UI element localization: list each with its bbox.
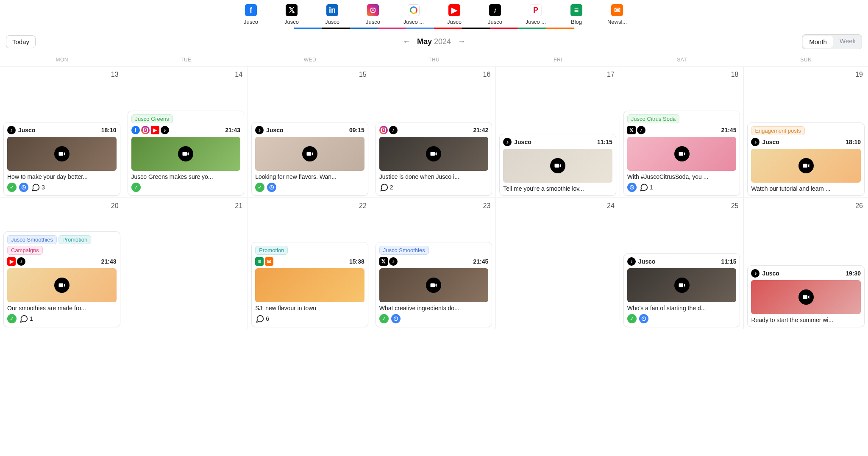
post-caption: Looking for new flavors. Wan... [255, 173, 364, 180]
view-week-button[interactable]: Week [834, 35, 862, 49]
tiktok-icon: ♪ [751, 269, 760, 278]
post-tag: Jusco Smoothies [379, 246, 429, 255]
channel-linkedin[interactable]: inJusco [320, 4, 345, 25]
post-card[interactable]: Promotion≡✉15:38SJ: new flavour in town6 [251, 242, 368, 327]
channel-tiktok[interactable]: ♪Jusco [482, 4, 508, 25]
post-caption: With #JuscoCitrusSoda, you ... [627, 173, 737, 180]
day-number: 26 [746, 200, 866, 211]
channel-label: Jusco ... [403, 19, 424, 25]
post-caption: Ready to start the summer wi... [751, 317, 861, 323]
status-check-icon: ✓ [7, 314, 17, 323]
calendar-cell[interactable]: 15♪Jusco09:15Looking for new flavors. Wa… [248, 67, 372, 198]
post-time: 21:45 [473, 258, 488, 265]
channel-mail[interactable]: ✉Newsl... [604, 4, 630, 25]
post-card[interactable]: ♪21:42Justice is done when Jusco i...2 [376, 122, 492, 196]
post-time: 19:30 [846, 270, 861, 277]
post-thumbnail [7, 137, 117, 171]
channel-instagram[interactable]: Jusco [360, 4, 386, 25]
next-month-arrow[interactable]: → [458, 37, 465, 46]
calendar-cell[interactable]: 20Jusco SmoothiesPromotionCampaigns▶♪21:… [0, 198, 124, 329]
tiktok-icon: ♪ [7, 126, 16, 134]
post-caption: Who's a fan of starting the d... [627, 305, 737, 311]
comment-count[interactable]: 1 [639, 183, 653, 192]
instagram-icon [379, 126, 388, 134]
channel-gdoc[interactable]: ≡Blog [564, 4, 589, 25]
x-icon: 𝕏 [627, 126, 636, 134]
status-scheduled-icon [19, 183, 28, 192]
youtube-icon: ▶ [151, 126, 159, 134]
day-number: 16 [374, 68, 494, 79]
channel-label: Jusco ... [526, 19, 546, 25]
tiktok-icon: ♪ [627, 257, 636, 266]
calendar-cell[interactable]: 16♪21:42Justice is done when Jusco i...2 [372, 67, 496, 198]
view-month-button[interactable]: Month [803, 36, 833, 48]
channel-label: Jusco [325, 19, 339, 25]
comment-count[interactable]: 2 [379, 183, 393, 192]
youtube-icon: ▶ [7, 257, 16, 266]
account-name: Jusco [18, 127, 35, 133]
comment-count[interactable]: 6 [255, 314, 269, 323]
day-of-week: TUE [124, 53, 248, 66]
post-card[interactable]: Jusco SmoothiesPromotionCampaigns▶♪21:43… [3, 231, 120, 327]
calendar-cell[interactable]: 19Engagement posts♪Jusco18:10Watch our t… [744, 67, 868, 198]
post-tag: Jusco Greens [131, 114, 173, 123]
account-name: Jusco [266, 127, 283, 133]
post-card[interactable]: ♪Jusco18:10How to make your day better..… [3, 122, 120, 196]
post-caption: Justice is done when Jusco i... [379, 173, 489, 180]
x-icon: 𝕏 [286, 4, 298, 16]
prev-month-arrow[interactable]: ← [403, 37, 410, 46]
day-of-week: SAT [620, 53, 744, 66]
comment-count[interactable]: 1 [19, 314, 33, 323]
calendar-cell[interactable]: 14Jusco Greensf▶♪21:43Jusco Greens makes… [124, 67, 248, 198]
channel-facebook[interactable]: fJusco [238, 4, 264, 25]
channel-youtube[interactable]: ▶Jusco [442, 4, 467, 25]
calendar-cell[interactable]: 17♪Jusco11:15Tell me you're a smoothie l… [496, 67, 620, 198]
calendar-cell[interactable]: 22Promotion≡✉15:38SJ: new flavour in tow… [248, 198, 372, 329]
post-card[interactable]: ♪Jusco09:15Looking for new flavors. Wan.… [251, 122, 368, 196]
video-badge-icon [798, 289, 814, 305]
calendar-cell[interactable]: 24 [496, 198, 620, 329]
status-check-icon: ✓ [131, 183, 141, 192]
post-tag: Engagement posts [751, 126, 804, 135]
post-card[interactable]: ♪Jusco11:15Tell me you're a smoothie lov… [499, 134, 616, 196]
post-time: 21:43 [101, 258, 117, 265]
post-card[interactable]: Jusco Citrus Soda𝕏♪21:45With #JuscoCitru… [623, 111, 740, 196]
day-number: 24 [498, 200, 618, 211]
post-card[interactable]: ♪Jusco11:15Who's a fan of starting the d… [623, 253, 740, 327]
calendar-cell[interactable]: 18Jusco Citrus Soda𝕏♪21:45With #JuscoCit… [620, 67, 744, 198]
day-of-week: SUN [744, 53, 868, 66]
today-button[interactable]: Today [6, 35, 36, 48]
status-check-icon: ✓ [627, 314, 637, 323]
calendar-cell[interactable]: 13♪Jusco18:10How to make your day better… [0, 67, 124, 198]
calendar-cell[interactable]: 21 [124, 198, 248, 329]
post-thumbnail [131, 137, 241, 171]
channel-label: Newsl... [607, 19, 627, 25]
channel-pinterest[interactable]: PJusco ... [523, 4, 548, 25]
channel-google[interactable]: Jusco ... [401, 4, 426, 25]
calendar-cell[interactable]: 25♪Jusco11:15Who's a fan of starting the… [620, 198, 744, 329]
video-badge-icon [798, 158, 814, 173]
account-name: Jusco [638, 258, 655, 265]
post-time: 11:15 [597, 139, 612, 145]
post-caption: What creative ingredients do... [379, 305, 489, 311]
post-caption: Our smoothies are made fro... [7, 305, 117, 311]
channel-x[interactable]: 𝕏Jusco [279, 4, 304, 25]
calendar-cell[interactable]: 23Jusco Smoothies𝕏♪21:45What creative in… [372, 198, 496, 329]
day-number: 15 [250, 68, 370, 79]
post-thumbnail [255, 137, 364, 171]
calendar-cell[interactable]: 26♪Jusco19:30Ready to start the summer w… [744, 198, 868, 329]
post-card[interactable]: Engagement posts♪Jusco18:10Watch our tut… [747, 122, 865, 196]
day-number: 13 [2, 68, 122, 79]
post-thumbnail [627, 268, 737, 302]
day-of-week: WED [248, 53, 372, 66]
channel-label: Jusco [366, 19, 380, 25]
status-scheduled-icon [627, 183, 637, 192]
post-card[interactable]: ♪Jusco19:30Ready to start the summer wi.… [747, 265, 865, 327]
post-card[interactable]: Jusco Greensf▶♪21:43Jusco Greens makes s… [128, 111, 245, 196]
post-card[interactable]: Jusco Smoothies𝕏♪21:45What creative ingr… [376, 242, 492, 327]
post-thumbnail [503, 149, 612, 183]
post-time: 21:43 [225, 127, 240, 133]
linkedin-icon: in [326, 4, 338, 16]
comment-count[interactable]: 3 [31, 183, 45, 192]
google-icon [408, 4, 420, 16]
